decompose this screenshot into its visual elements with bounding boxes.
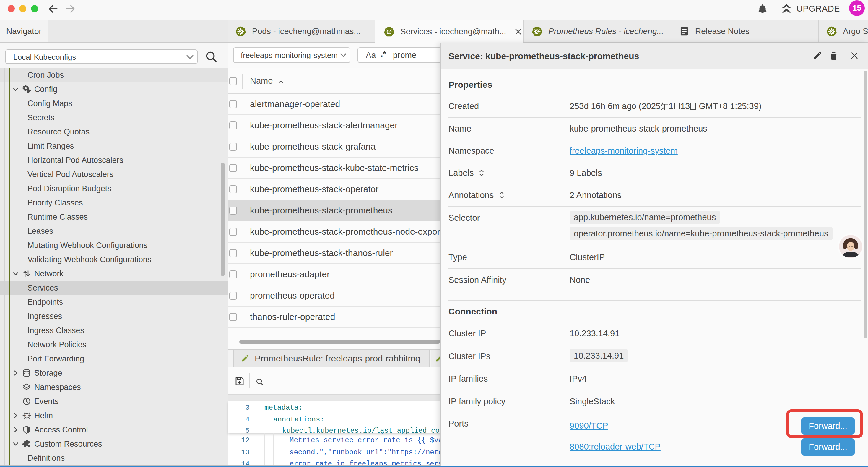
svg-text:HELM: HELM (24, 414, 30, 417)
